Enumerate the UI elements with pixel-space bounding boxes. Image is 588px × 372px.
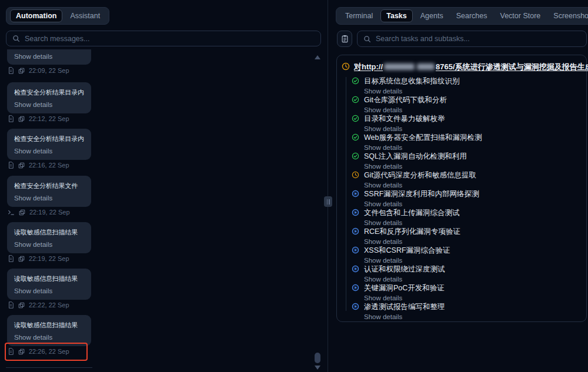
copy-icon[interactable] [19,209,25,216]
tab-screenshots[interactable]: Screenshots [548,10,588,22]
check-circle-icon [352,115,359,122]
search-icon [363,35,371,43]
tab-searches[interactable]: Searches [451,10,493,22]
left-tab-bar: Automation Assistant [6,7,109,25]
scrollbar-thumb[interactable] [315,353,320,363]
play-circle-icon [352,227,359,235]
message-timestamp: 22:19, 22 Sep [29,209,70,216]
show-details-link[interactable]: Show details [14,287,84,294]
copy-icon[interactable] [18,256,25,262]
copy-icon[interactable] [18,302,25,309]
play-circle-icon [352,246,359,254]
subtask-show-details[interactable]: Show details [364,125,581,132]
subtask-show-details[interactable]: Show details [364,88,581,95]
show-details-link[interactable]: Show details [14,195,84,202]
message-meta-row: 22:19, 22 Sep [8,209,70,216]
right-tab-bar: Terminal Tasks Agents Searches Vector St… [336,7,588,25]
show-details-link[interactable]: Show details [14,148,84,155]
scroll-down-arrow[interactable] [315,366,320,370]
show-details-link[interactable]: Show details [14,241,84,248]
tab-tasks[interactable]: Tasks [380,9,413,22]
scroll-up-arrow[interactable] [315,55,320,59]
document-icon[interactable] [8,162,14,169]
message-card[interactable]: 检查安全分析结果目录内容 Show details [7,129,91,160]
document-icon[interactable] [8,67,14,74]
document-icon[interactable] [8,255,14,262]
tasks-search-input[interactable] [376,35,580,43]
message-card[interactable]: 读取敏感信息扫描结果 Show details [7,222,91,253]
subtask-show-details[interactable]: Show details [364,106,581,113]
subtask-row[interactable]: XSS和CSRF漏洞综合验证 Show details [352,246,581,264]
play-circle-icon [352,209,359,216]
subtask-show-details[interactable]: Show details [364,313,581,320]
subtask-row[interactable]: Git源代码深度分析和敏感信息提取 Show details [352,170,581,189]
main-task-title[interactable]: 对http://8765/系统进行渗透测试与漏洞挖掘及报告生成 [354,62,588,72]
subtask-row[interactable]: Git仓库源代码下载和分析 Show details [352,95,581,113]
redacted-text [417,63,435,70]
tab-agents[interactable]: Agents [415,10,449,22]
subtask-title: 文件包含和上传漏洞综合测试 [364,208,581,218]
message-timestamp: 22:12, 22 Sep [29,115,69,122]
tab-automation[interactable]: Automation [10,9,62,22]
tab-vector-store[interactable]: Vector Store [495,10,546,22]
message-card[interactable]: Show details [7,49,91,65]
tab-assistant[interactable]: Assistant [65,10,105,22]
subtask-row[interactable]: 目标系统信息收集和指纹识别 Show details [352,76,581,95]
message-title: 读取敏感信息扫描结果 [14,228,84,237]
document-icon[interactable] [8,115,14,122]
subtask-title: 认证和权限绕过深度测试 [364,264,581,274]
panel-resize-handle[interactable] [324,196,332,207]
copy-icon[interactable] [18,116,25,122]
message-card[interactable]: 读取敏感信息扫描结果 Show details [7,269,91,300]
show-details-link[interactable]: Show details [14,334,84,341]
subtask-show-details[interactable]: Show details [364,182,581,189]
message-card[interactable]: 检查安全分析结果文件 Show details [7,176,91,207]
messages-search[interactable] [6,31,321,46]
subtask-row[interactable]: 渗透测试报告编写和整理 Show details [352,302,581,320]
tab-terminal[interactable]: Terminal [340,10,378,22]
subtask-row[interactable]: 文件包含和上传漏洞综合测试 Show details [352,208,581,226]
subtask-row[interactable]: SQL注入漏洞自动化检测和利用 Show details [352,152,581,170]
message-timestamp: 22:09, 22 Sep [29,67,69,74]
subtask-show-details[interactable]: Show details [364,257,581,264]
subtask-title: 关键漏洞PoC开发和验证 [364,283,581,293]
tasks-search[interactable] [357,31,587,47]
message-meta-row: 22:16, 22 Sep [8,162,69,169]
play-circle-icon [352,190,359,197]
play-circle-icon [352,265,359,273]
subtask-row[interactable]: Web服务器安全配置扫描和漏洞检测 Show details [352,133,581,151]
subtask-row[interactable]: RCE和反序列化漏洞专项验证 Show details [352,227,581,245]
subtask-row[interactable]: 认证和权限绕过深度测试 Show details [352,264,581,283]
show-details-link[interactable]: Show details [14,101,84,108]
subtask-show-details[interactable]: Show details [364,276,581,283]
clipboard-icon [341,35,349,43]
subtask-title: Git源代码深度分析和敏感信息提取 [364,170,581,180]
subtask-show-details[interactable]: Show details [364,144,581,151]
check-circle-icon [352,152,359,160]
message-timestamp: 22:19, 22 Sep [29,255,69,262]
subtask-show-details[interactable]: Show details [364,238,581,245]
subtask-show-details[interactable]: Show details [364,219,581,226]
copy-icon[interactable] [18,68,25,74]
subtask-show-details[interactable]: Show details [364,294,581,301]
messages-search-input[interactable] [25,35,315,43]
subtask-show-details[interactable]: Show details [364,163,581,170]
subtask-title: 目标系统信息收集和指纹识别 [364,76,581,86]
message-timestamp: 22:16, 22 Sep [29,162,69,169]
subtask-row[interactable]: 目录和文件暴力破解枚举 Show details [352,114,581,132]
subtask-row[interactable]: 关键漏洞PoC开发和验证 Show details [352,283,581,301]
task-list-button[interactable] [337,31,352,47]
message-meta-row: 22:22, 22 Sep [8,301,69,309]
message-title: 读取敏感信息扫描结果 [14,321,84,330]
terminal-icon[interactable] [8,209,15,216]
subtask-title: XSS和CSRF漏洞综合验证 [364,246,581,256]
subtask-show-details[interactable]: Show details [364,200,581,207]
check-circle-icon [352,96,359,103]
subtask-row[interactable]: SSRF漏洞深度利用和内部网络探测 Show details [352,189,581,207]
message-card[interactable]: 检查安全分析结果目录内容 Show details [7,82,91,113]
show-details-link[interactable]: Show details [14,53,84,60]
message-card[interactable]: 读取敏感信息扫描结果 Show details [7,315,91,346]
copy-icon[interactable] [18,162,25,169]
main-task-row[interactable]: 对http://8765/系统进行渗透测试与漏洞挖掘及报告生成 [342,62,588,72]
document-icon[interactable] [8,301,14,309]
